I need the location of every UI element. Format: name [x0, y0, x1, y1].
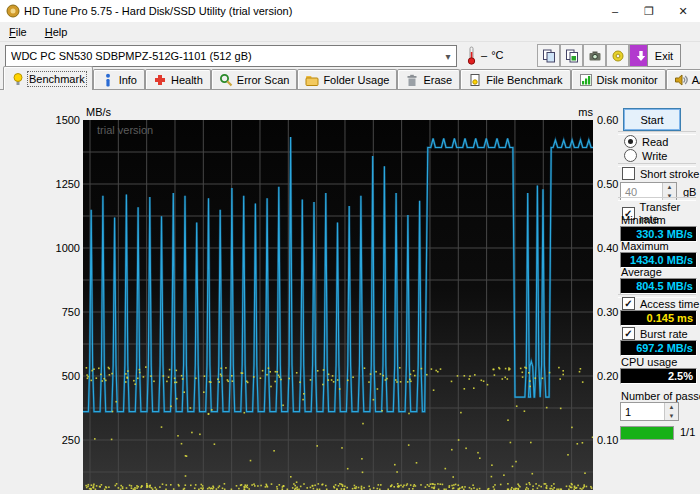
access-time-checkbox[interactable]: ✓ Access time — [622, 297, 699, 310]
burst-rate-value: 697.2 MB/s — [620, 340, 697, 356]
y-left-tick: 500 — [48, 370, 80, 382]
options-icon — [611, 49, 625, 63]
minimum-label: Minimum — [621, 214, 666, 226]
tab-aam[interactable]: AAM — [666, 69, 700, 89]
access-time-value: 0.145 ms — [620, 310, 697, 326]
drive-selector-value: WDC PC SN530 SDBPMPZ-512G-1101 (512 gB) — [11, 50, 440, 62]
screenshot-icon — [588, 49, 602, 63]
file-benchmark-icon — [468, 73, 482, 87]
minimize-button[interactable]: – — [598, 0, 632, 22]
read-radio[interactable]: Read — [624, 135, 668, 148]
write-label: Write — [642, 150, 667, 162]
app-icon — [6, 4, 20, 18]
error-scan-icon — [219, 73, 233, 87]
menu-bar: FileHelp — [0, 22, 700, 42]
benchmark-chart: trial version — [83, 120, 593, 490]
aam-icon — [674, 73, 688, 87]
tab-label: File Benchmark — [486, 74, 562, 86]
read-label: Read — [642, 136, 668, 148]
title-bar: HD Tune Pro 5.75 - Hard Disk/SSD Utility… — [0, 0, 700, 22]
exit-label: Exit — [655, 50, 673, 62]
tab-health[interactable]: Health — [145, 69, 211, 89]
tab-disk-monitor[interactable]: Disk monitor — [571, 69, 666, 89]
close-button[interactable]: ✕ — [666, 0, 700, 22]
cpu-usage-value: 2.5% — [620, 368, 697, 384]
tab-label: Folder Usage — [323, 74, 389, 86]
temperature-value: – — [481, 49, 487, 61]
tab-file-benchmark[interactable]: File Benchmark — [460, 69, 570, 89]
y-left-tick: 1500 — [48, 114, 80, 126]
access-time-label: Access time — [640, 298, 699, 310]
y-left-axis-label: MB/s — [86, 106, 111, 118]
y-left-tick: 750 — [48, 306, 80, 318]
options-button[interactable] — [606, 44, 629, 67]
thermometer-icon — [466, 46, 477, 65]
copy-report-button[interactable] — [537, 44, 560, 67]
benchmark-icon — [11, 72, 25, 86]
tab-folder-usage[interactable]: Folder Usage — [297, 69, 397, 89]
y-left-tick: 250 — [48, 434, 80, 446]
passes-label: Number of passes — [621, 390, 700, 402]
tab-label: Disk monitor — [597, 74, 658, 86]
start-button[interactable]: Start — [623, 108, 681, 131]
drive-selector[interactable]: WDC PC SN530 SDBPMPZ-512G-1101 (512 gB) … — [5, 45, 457, 67]
spinner-up-icon: ▲ — [663, 183, 676, 192]
spinner-up-icon[interactable]: ▲ — [665, 403, 678, 412]
pass-progress-bar — [620, 426, 674, 440]
copy-report-icon — [542, 49, 556, 63]
tab-label: Info — [119, 74, 137, 86]
burst-rate-label: Burst rate — [640, 328, 688, 340]
tab-error-scan[interactable]: Error Scan — [211, 69, 298, 89]
copy-image-button[interactable] — [560, 44, 583, 67]
tab-label: AAM — [692, 74, 700, 86]
tab-info[interactable]: Info — [93, 69, 145, 89]
maximum-label: Maximum — [621, 240, 669, 252]
spinner-down-icon[interactable]: ▼ — [665, 412, 678, 421]
exit-button[interactable]: Exit — [647, 44, 681, 67]
menu-item-file[interactable]: File — [0, 26, 36, 38]
tab-label: Error Scan — [237, 74, 290, 86]
screenshot-button[interactable] — [583, 44, 606, 67]
info-icon — [101, 73, 115, 87]
checkbox-checked-icon: ✓ — [622, 297, 635, 310]
disk-monitor-icon — [579, 73, 593, 87]
tab-erase[interactable]: Erase — [397, 69, 460, 89]
radio-selected-icon — [624, 135, 637, 148]
burst-rate-checkbox[interactable]: ✓ Burst rate — [622, 327, 688, 340]
toolbar: WDC PC SN530 SDBPMPZ-512G-1101 (512 gB) … — [0, 42, 700, 68]
tab-benchmark[interactable]: Benchmark — [3, 66, 93, 90]
temperature-unit: °C — [491, 49, 503, 61]
average-value: 804.5 MB/s — [620, 278, 697, 294]
erase-icon — [405, 73, 419, 87]
folder-icon — [305, 73, 319, 87]
health-icon — [153, 73, 167, 87]
passes-stepper[interactable]: 1 ▲▼ — [620, 402, 679, 421]
tab-strip: BenchmarkInfoHealthError ScanFolder Usag… — [0, 66, 700, 90]
start-label: Start — [640, 114, 663, 126]
update-icon — [634, 49, 648, 63]
write-radio[interactable]: Write — [624, 149, 667, 162]
chevron-down-icon: ▾ — [440, 51, 456, 62]
y-right-axis-label: ms — [570, 106, 593, 118]
copy-image-icon — [565, 49, 579, 63]
tab-label: Benchmark — [29, 73, 85, 85]
trial-watermark: trial version — [97, 124, 153, 136]
maximize-button[interactable]: ❐ — [632, 0, 666, 22]
pass-progress-label: 1/1 — [680, 426, 695, 438]
hdtune-window: HD Tune Pro 5.75 - Hard Disk/SSD Utility… — [0, 0, 700, 494]
short-stroke-checkbox[interactable]: Short stroke — [622, 167, 699, 180]
short-stroke-size-value: 40 — [621, 186, 662, 198]
checkbox-unchecked-icon — [622, 167, 635, 180]
checkbox-checked-icon: ✓ — [622, 327, 635, 340]
short-stroke-label: Short stroke — [640, 168, 699, 180]
menu-item-help[interactable]: Help — [36, 26, 77, 38]
tab-label: Health — [171, 74, 203, 86]
tab-label: Erase — [423, 74, 452, 86]
y-left-tick: 1000 — [48, 242, 80, 254]
radio-unselected-icon — [624, 149, 637, 162]
passes-value: 1 — [621, 406, 664, 418]
window-title: HD Tune Pro 5.75 - Hard Disk/SSD Utility… — [24, 5, 292, 17]
average-label: Average — [621, 266, 662, 278]
temperature-readout: – °C — [466, 45, 503, 65]
y-left-tick: 1250 — [48, 178, 80, 190]
